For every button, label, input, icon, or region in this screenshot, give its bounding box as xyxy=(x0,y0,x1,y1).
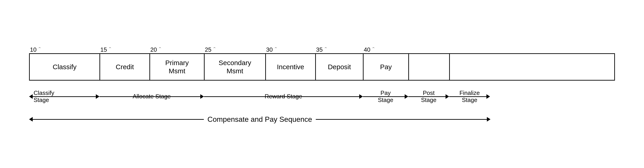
box-row: Classify Credit PrimaryMsmt SecondaryMsm… xyxy=(29,53,615,80)
classify-arrow-left xyxy=(29,94,33,99)
number-15: 15⌒ xyxy=(100,46,150,53)
classify-arrow-line xyxy=(33,96,96,97)
compensate-row: Compensate and Pay Sequence xyxy=(29,112,615,126)
pay-arrow-right xyxy=(405,94,408,99)
number-row: 10⌒ 15⌒ 20⌒ 25⌒ 30⌒ 35⌒ 40 xyxy=(29,42,615,53)
post-stage-group: PostStage xyxy=(408,94,449,99)
finalize-arrow-line xyxy=(449,96,486,97)
box-pay: Pay xyxy=(364,54,409,80)
finalize-arrow-right xyxy=(486,94,490,99)
reward-arrow-right xyxy=(359,94,363,99)
box-classify: Classify xyxy=(30,54,100,80)
box-empty-1 xyxy=(409,54,450,80)
number-25: 25⌒ xyxy=(204,46,265,53)
compensate-arrow-left xyxy=(29,117,33,122)
box-deposit: Deposit xyxy=(316,54,364,80)
post-arrow-line xyxy=(408,96,446,97)
box-secondary-msmt: SecondaryMsmt xyxy=(204,54,266,80)
compensate-arrow-right xyxy=(487,117,490,122)
box-empty-2 xyxy=(450,54,491,80)
compensate-label: Compensate and Pay Sequence xyxy=(204,116,316,123)
allocate-stage-group: Allocate Stage xyxy=(100,94,204,99)
allocate-arrow-right xyxy=(200,94,204,99)
pay-stage-group: PayStage xyxy=(363,94,408,99)
allocate-arrow-line xyxy=(100,96,200,97)
pay-arrow-line xyxy=(363,96,405,97)
box-incentive: Incentive xyxy=(266,54,316,80)
stage-row: ClassifyStage Allocate Stage Reward Stag… xyxy=(29,88,615,106)
number-40: 40⌒ xyxy=(363,46,408,53)
number-35: 35⌒ xyxy=(315,46,363,53)
box-credit: Credit xyxy=(100,54,150,80)
compensate-line: Compensate and Pay Sequence xyxy=(33,119,487,120)
finalize-stage-group: FinalizeStage xyxy=(449,94,490,99)
box-primary-msmt: PrimaryMsmt xyxy=(150,54,204,80)
number-20: 20⌒ xyxy=(150,46,204,53)
reward-stage-group: Reward Stage xyxy=(204,94,363,99)
post-arrow-right xyxy=(446,94,449,99)
diagram-container: 10⌒ 15⌒ 20⌒ 25⌒ 30⌒ 35⌒ 40 xyxy=(16,33,628,135)
classify-arrow-right xyxy=(96,94,100,99)
number-10: 10⌒ xyxy=(29,46,100,53)
number-30: 30⌒ xyxy=(265,46,315,53)
reward-arrow-line xyxy=(204,96,359,97)
classify-stage-group: ClassifyStage xyxy=(29,94,100,99)
